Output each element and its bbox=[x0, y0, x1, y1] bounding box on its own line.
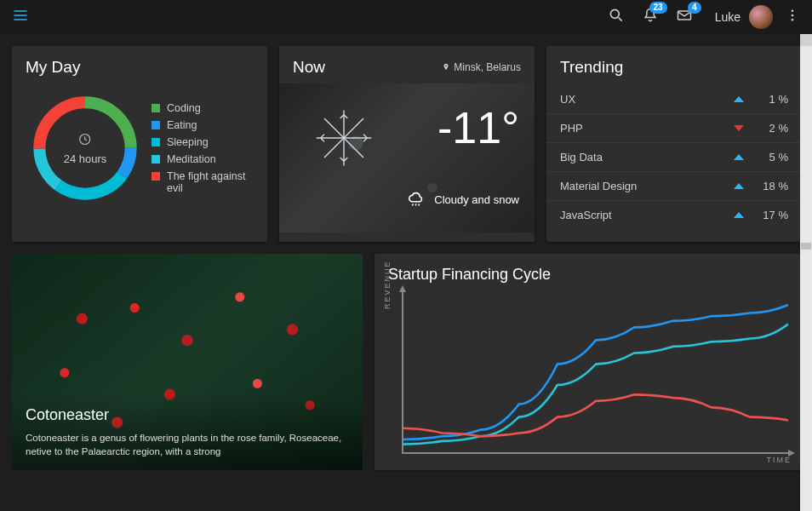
myday-card: My Day 24 hours CodingEatingSleepingMedi… bbox=[12, 46, 267, 242]
legend-swatch bbox=[152, 121, 160, 129]
trending-pct: 17 % bbox=[756, 209, 788, 221]
menu-icon[interactable] bbox=[12, 7, 29, 27]
legend-label: Sleeping bbox=[167, 136, 209, 148]
scrollbar[interactable] bbox=[800, 34, 812, 511]
legend-swatch bbox=[152, 155, 160, 164]
legend-item: The fight against evil bbox=[152, 170, 254, 194]
cloud-icon bbox=[407, 190, 426, 209]
plant-description: Cotoneaster is a genus of flowering plan… bbox=[26, 431, 349, 458]
trending-pct: 18 % bbox=[756, 180, 788, 192]
svg-line-1 bbox=[618, 18, 621, 21]
trending-pct: 1 % bbox=[756, 93, 788, 106]
trending-item[interactable]: Big Data5 % bbox=[546, 142, 802, 171]
trending-pct: 5 % bbox=[756, 151, 788, 164]
arrow-up-icon bbox=[734, 96, 744, 102]
trending-name: Material Design bbox=[560, 180, 734, 192]
weather-title: Now bbox=[293, 58, 325, 77]
legend-item: Coding bbox=[152, 102, 254, 114]
avatar[interactable] bbox=[749, 5, 773, 29]
legend-label: Meditation bbox=[167, 153, 216, 165]
legend-item: Meditation bbox=[152, 153, 254, 165]
chart-card: Startup Financing Cycle REVENUE TIME bbox=[375, 254, 800, 470]
clock-icon bbox=[77, 132, 93, 147]
myday-title: My Day bbox=[12, 46, 267, 85]
topbar: 23 4 Luke bbox=[0, 0, 812, 34]
trending-name: UX bbox=[560, 93, 734, 106]
plant-card: Cotoneaster Cotoneaster is a genus of fl… bbox=[12, 254, 363, 470]
legend-item: Sleeping bbox=[152, 136, 254, 148]
weather-temperature: -11° bbox=[437, 102, 519, 153]
snowflake-icon bbox=[313, 107, 375, 172]
legend-item: Eating bbox=[152, 119, 254, 131]
trending-title: Trending bbox=[546, 46, 802, 85]
trending-item[interactable]: PHP2 % bbox=[546, 113, 802, 142]
trending-list: UX1 %PHP2 %Big Data5 %Material Design18 … bbox=[546, 85, 802, 234]
svg-point-3 bbox=[792, 9, 794, 12]
notifications-icon[interactable]: 23 bbox=[642, 7, 659, 27]
more-icon[interactable] bbox=[785, 8, 800, 26]
trending-name: JavaScript bbox=[560, 209, 734, 221]
pin-icon bbox=[442, 63, 450, 72]
trending-item[interactable]: Material Design18 % bbox=[546, 171, 802, 200]
messages-icon[interactable]: 4 bbox=[676, 7, 693, 27]
legend-label: Eating bbox=[167, 119, 197, 131]
username[interactable]: Luke bbox=[715, 10, 741, 24]
legend-swatch bbox=[152, 104, 160, 112]
trending-item[interactable]: JavaScript17 % bbox=[546, 200, 802, 229]
legend-label: The fight against evil bbox=[167, 170, 254, 194]
legend-swatch bbox=[152, 138, 160, 146]
chart-title: Startup Financing Cycle bbox=[375, 254, 800, 292]
weather-condition: Cloudy and snow bbox=[407, 190, 519, 209]
arrow-up-icon bbox=[734, 183, 744, 189]
trending-pct: 2 % bbox=[756, 122, 788, 135]
myday-legend: CodingEatingSleepingMeditationThe fight … bbox=[152, 97, 254, 199]
trending-name: Big Data bbox=[560, 151, 734, 164]
myday-donut: 24 hours bbox=[26, 89, 145, 208]
chart-ylabel: REVENUE bbox=[383, 260, 392, 309]
arrow-down-icon bbox=[734, 125, 744, 131]
arrow-up-icon bbox=[734, 154, 744, 160]
svg-point-4 bbox=[792, 14, 794, 17]
trending-item[interactable]: UX1 % bbox=[546, 85, 802, 113]
weather-location: Minsk, Belarus bbox=[442, 58, 521, 77]
messages-badge: 4 bbox=[688, 2, 701, 14]
svg-point-13 bbox=[445, 66, 447, 67]
svg-point-5 bbox=[792, 19, 794, 21]
notifications-badge: 23 bbox=[649, 2, 667, 14]
svg-point-0 bbox=[610, 9, 619, 18]
legend-label: Coding bbox=[167, 102, 201, 114]
plant-title: Cotoneaster bbox=[26, 406, 349, 424]
chart-xlabel: TIME bbox=[767, 456, 792, 464]
weather-card: Now Minsk, Belarus -11° Cloudy and snow bbox=[279, 46, 535, 242]
legend-swatch bbox=[152, 172, 160, 181]
search-icon[interactable] bbox=[608, 7, 625, 27]
donut-center-label: 24 hours bbox=[64, 132, 107, 165]
trending-name: PHP bbox=[560, 122, 734, 135]
chart-area: REVENUE TIME bbox=[402, 292, 788, 454]
trending-card: Trending UX1 %PHP2 %Big Data5 %Material … bbox=[546, 46, 802, 242]
arrow-up-icon bbox=[734, 212, 744, 218]
